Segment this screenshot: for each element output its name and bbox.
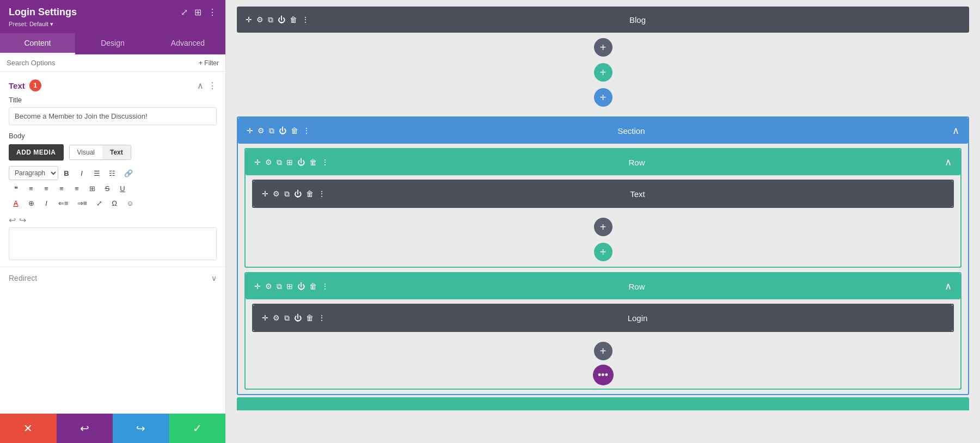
align-center-button[interactable]: ≡: [39, 182, 53, 195]
table-button[interactable]: ⊞: [85, 182, 99, 195]
section-gear-icon[interactable]: ⚙: [258, 126, 265, 135]
link-button[interactable]: 🔗: [120, 167, 137, 180]
undo-button[interactable]: ↩: [9, 215, 16, 225]
section-collapse-icon[interactable]: ∧: [952, 125, 959, 137]
ul-button[interactable]: ☰: [90, 167, 104, 180]
row2-more-icon[interactable]: ⋮: [321, 282, 329, 291]
add-row1-section-button[interactable]: +: [594, 243, 612, 261]
redirect-section[interactable]: Redirect ∨: [0, 267, 225, 289]
more-options-icon[interactable]: ⋮: [208, 7, 217, 17]
blog-power-icon[interactable]: ⏻: [278, 15, 285, 24]
row2-wrapper: ✛ ⚙ ⧉ ⊞ ⏻ 🗑 ⋮ Row ∧ ✛ ⚙ ⧉: [244, 272, 961, 390]
blog-move-icon[interactable]: ✛: [246, 15, 252, 24]
title-input[interactable]: [9, 107, 217, 125]
row2-power-icon[interactable]: ⏻: [297, 282, 305, 291]
row2-trash-icon[interactable]: 🗑: [309, 282, 317, 291]
emoji-button[interactable]: ☺: [122, 197, 137, 210]
section-copy-icon[interactable]: ⧉: [269, 126, 274, 136]
login-more-icon[interactable]: ⋮: [318, 313, 326, 322]
blockquote-button[interactable]: ❝: [9, 182, 23, 195]
text-move-icon[interactable]: ✛: [262, 189, 268, 198]
login-move-icon[interactable]: ✛: [262, 313, 268, 322]
blog-trash-icon[interactable]: 🗑: [290, 15, 297, 24]
tab-advanced[interactable]: Advanced: [150, 33, 225, 54]
row2-grid-icon[interactable]: ⊞: [286, 282, 293, 291]
row1-power-icon[interactable]: ⏻: [297, 158, 305, 167]
bold-button[interactable]: B: [59, 167, 74, 180]
text-module-wrapper: ✛ ⚙ ⧉ ⏻ 🗑 ⋮ Text: [252, 180, 954, 208]
section-more-icon[interactable]: ⋮: [303, 126, 310, 135]
save-button[interactable]: ✓: [169, 414, 226, 443]
row1-more-icon[interactable]: ⋮: [321, 158, 329, 167]
login-power-icon[interactable]: ⏻: [294, 313, 302, 322]
body-editor[interactable]: [9, 227, 217, 260]
section-power-icon[interactable]: ⏻: [279, 126, 286, 135]
filter-button[interactable]: + Filter: [199, 59, 219, 67]
redirect-chevron-icon: ∨: [211, 274, 217, 282]
align-left-button[interactable]: ≡: [24, 182, 38, 195]
blog-more-icon[interactable]: ⋮: [302, 15, 309, 24]
row2-copy-icon[interactable]: ⧉: [277, 282, 282, 291]
ol-button[interactable]: ☷: [105, 167, 119, 180]
login-copy-icon[interactable]: ⧉: [284, 313, 290, 323]
row2-collapse-icon[interactable]: ∧: [945, 280, 952, 292]
font-color-button[interactable]: A: [9, 197, 23, 210]
undo-action-button[interactable]: ↩: [57, 414, 113, 443]
login-gear-icon[interactable]: ⚙: [273, 313, 280, 322]
section-actions: ∧ ⋮: [197, 81, 217, 91]
redo-action-button[interactable]: ↪: [113, 414, 169, 443]
row2-move-icon[interactable]: ✛: [254, 282, 261, 291]
text-label: Text: [9, 81, 25, 90]
blog-copy-icon[interactable]: ⧉: [268, 15, 273, 24]
row1-collapse-icon[interactable]: ∧: [945, 156, 952, 168]
cancel-button[interactable]: ✕: [0, 414, 57, 443]
blog-bar-icons: ✛ ⚙ ⧉ ⏻ 🗑 ⋮: [246, 15, 309, 24]
add-media-button[interactable]: ADD MEDIA: [9, 144, 64, 161]
text-tab[interactable]: Text: [102, 145, 131, 159]
row1-gear-icon[interactable]: ⚙: [265, 158, 272, 167]
text-gear-icon[interactable]: ⚙: [273, 189, 280, 198]
strikethrough-button[interactable]: S: [100, 182, 114, 195]
fullscreen-button[interactable]: ⤢: [92, 197, 106, 210]
add-section-button[interactable]: +: [594, 63, 612, 82]
row1-grid-icon[interactable]: ⊞: [286, 158, 293, 167]
italic-button[interactable]: I: [75, 167, 89, 180]
row1-copy-icon[interactable]: ⧉: [277, 158, 282, 167]
add-after-blog-button[interactable]: +: [594, 38, 612, 57]
row2-gear-icon[interactable]: ⚙: [265, 282, 272, 291]
add-after-login-button[interactable]: +: [594, 342, 612, 360]
grid-icon[interactable]: ⊞: [194, 7, 201, 17]
row1-trash-icon[interactable]: 🗑: [309, 158, 317, 167]
blog-gear-icon[interactable]: ⚙: [256, 15, 264, 24]
paste-button[interactable]: ⊕: [24, 197, 38, 210]
indent-left-button[interactable]: ⇐≡: [54, 197, 72, 210]
text-power-icon[interactable]: ⏻: [294, 189, 302, 198]
italic2-button[interactable]: I: [39, 197, 53, 210]
align-right-button[interactable]: ≡: [54, 182, 69, 195]
underline-button[interactable]: U: [115, 182, 130, 195]
text-copy-icon[interactable]: ⧉: [284, 189, 290, 199]
text-trash-icon[interactable]: 🗑: [306, 189, 314, 198]
tab-design[interactable]: Design: [75, 33, 150, 54]
visual-tab[interactable]: Visual: [70, 145, 102, 159]
preset-row[interactable]: Preset: Default ▾: [9, 20, 217, 33]
align-justify-button[interactable]: ≡: [70, 182, 84, 195]
paragraph-select[interactable]: Paragraph: [9, 166, 58, 180]
add-row-button[interactable]: +: [594, 88, 612, 107]
more-options-button[interactable]: •••: [593, 365, 614, 385]
redirect-label: Redirect: [9, 274, 37, 282]
section-move-icon[interactable]: ✛: [247, 126, 253, 135]
row1-move-icon[interactable]: ✛: [254, 158, 261, 167]
section-trash-icon[interactable]: 🗑: [291, 126, 298, 135]
tab-content[interactable]: Content: [0, 33, 75, 54]
search-input[interactable]: [7, 59, 194, 67]
indent-right-button[interactable]: ⇒≡: [74, 197, 91, 210]
text-more-icon[interactable]: ⋮: [318, 189, 326, 198]
redo-button[interactable]: ↪: [19, 215, 26, 225]
collapse-section-icon[interactable]: ∧: [197, 81, 204, 91]
section-more-icon[interactable]: ⋮: [208, 81, 217, 91]
login-trash-icon[interactable]: 🗑: [306, 313, 314, 322]
add-after-text-button[interactable]: +: [594, 218, 612, 236]
special-char-button[interactable]: Ω: [107, 197, 121, 210]
expand-icon[interactable]: ⤢: [181, 7, 188, 17]
